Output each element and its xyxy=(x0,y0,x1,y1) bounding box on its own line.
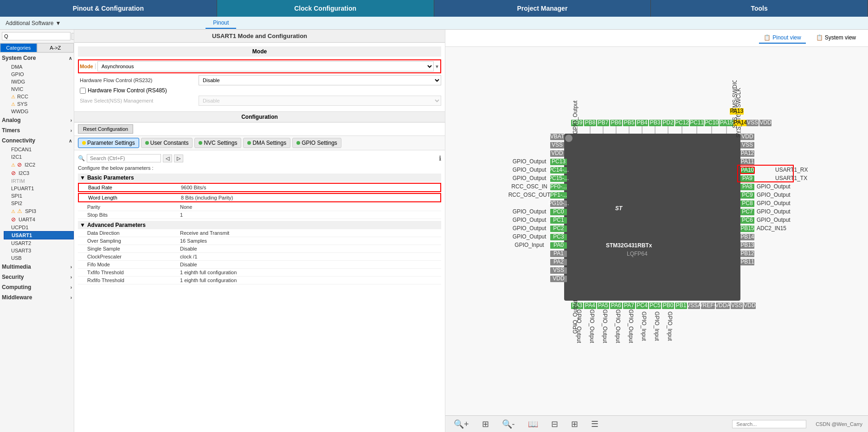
section-computing[interactable]: Computing › xyxy=(0,282,74,292)
list-button[interactable]: ☰ xyxy=(588,418,601,430)
pin-pa8-func: GPIO_Output xyxy=(757,183,791,190)
sidebar-item-nvic[interactable]: NVIC xyxy=(4,85,74,93)
pb0-func-rotated: GPIO_Input xyxy=(667,311,673,341)
sidebar-item-spi1[interactable]: SPI1 xyxy=(4,192,74,200)
book-button[interactable]: 📖 xyxy=(525,418,541,430)
chip-logo: ST xyxy=(615,205,623,212)
sidebar-item-sys[interactable]: SYS xyxy=(4,100,74,108)
sidebar-item-gpio[interactable]: GPIO xyxy=(4,71,74,78)
section-timers[interactable]: Timers › xyxy=(0,125,74,135)
sidebar-item-uart4[interactable]: ⊘UART4 xyxy=(4,215,74,224)
zoom-in-button[interactable]: 🔍+ xyxy=(451,418,472,430)
pin-vbat-label: VBAT xyxy=(550,133,564,140)
pin-pc7-func: GPIO_Output xyxy=(757,208,791,215)
advanced-params-header[interactable]: ▼ Advanced Parameters xyxy=(78,221,441,229)
pin-pf1-func: RCC_OSC_OUT xyxy=(508,192,550,198)
section-connectivity[interactable]: Connectivity ∧ xyxy=(0,135,74,146)
data-direction-value: Receive and Transmit xyxy=(180,230,229,236)
sidebar-item-ucpd1[interactable]: UCPD1 xyxy=(4,224,74,231)
tab-user-constants[interactable]: User Constants xyxy=(141,138,193,148)
sidebar-item-spi2[interactable]: SPI2 xyxy=(4,200,74,207)
config-tabs: Parameter Settings User Constants NVC Se… xyxy=(74,136,445,150)
mode-select[interactable]: Asynchronous xyxy=(97,61,434,71)
additional-software-dropdown[interactable]: Additional Software ▼ xyxy=(0,18,66,28)
word-length-value: 8 Bits (including Parity) xyxy=(181,195,233,200)
nav-project[interactable]: Project Manager xyxy=(434,0,651,17)
pin-pg10-label: PG10-... xyxy=(548,200,569,206)
bottom-search-input[interactable] xyxy=(732,420,806,428)
sidebar-search-input[interactable] xyxy=(2,32,71,40)
rxfifo-threshold-row: Rxfifo Threshold 1 eighth full configura… xyxy=(78,277,441,284)
sidebar-item-iwdg[interactable]: IWDG xyxy=(4,78,74,85)
nav-clock[interactable]: Clock Configuration xyxy=(217,0,434,17)
tab-az[interactable]: A->Z xyxy=(37,43,74,52)
slave-select-label: Slave Select(NSS) Management xyxy=(78,98,199,103)
tab-parameter-settings[interactable]: Parameter Settings xyxy=(78,138,139,148)
mode-section: Mode Mode Asynchronous ▼ Hardware Flow C… xyxy=(74,43,445,112)
params-configure-text: Configure the below parameters : xyxy=(78,165,441,171)
section-security[interactable]: Security › xyxy=(0,272,74,282)
sidebar-item-usb[interactable]: USB xyxy=(4,254,74,262)
pin-pa5-label: PA5 xyxy=(598,302,608,309)
left-sidebar: ⚙ Categories A->Z System Core ∧ DMA GPIO… xyxy=(0,30,74,432)
sidebar-item-usart1[interactable]: USART1 xyxy=(4,231,74,239)
tab-nvc-settings[interactable]: NVC Settings xyxy=(194,138,241,148)
pin-pa2-label: PA2 xyxy=(553,258,564,265)
nav-pinout[interactable]: Pinout & Configuration xyxy=(0,0,217,17)
pin-pb8-label: PB8 xyxy=(585,119,595,126)
basic-params-header[interactable]: ▼ Basic Parameters xyxy=(78,174,441,182)
tab-system-view[interactable]: 📋 System view xyxy=(811,32,861,44)
tab-dma-settings[interactable]: DMA Settings xyxy=(243,138,290,148)
pa6-func-rotated: GPIO_Output xyxy=(615,309,621,343)
pinout-subnav[interactable]: Pinout xyxy=(206,18,236,29)
sidebar-item-i2c2[interactable]: ⊘I2C2 xyxy=(4,161,74,169)
connectivity-items: FDCAN1 I2C1 ⊘I2C2 ⊘I2C3 IRTIM LPUART1 SP… xyxy=(0,146,74,262)
nav-tools[interactable]: Tools xyxy=(651,0,868,17)
sidebar-item-wwdg[interactable]: WWDG xyxy=(4,108,74,115)
sidebar-item-dma[interactable]: DMA xyxy=(4,63,74,71)
layers-button[interactable]: ⊟ xyxy=(548,418,561,430)
hw-flow-rs485-checkbox[interactable] xyxy=(80,88,86,94)
params-search-input[interactable] xyxy=(87,154,161,162)
params-nav-prev[interactable]: ◁ xyxy=(163,155,172,162)
chevron-right-icon: › xyxy=(71,128,72,133)
sidebar-item-i2c3[interactable]: ⊘I2C3 xyxy=(4,169,74,177)
sidebar-item-spi3[interactable]: ⚠SPI3 xyxy=(4,207,74,215)
pin-pc2-func: GPIO_Output xyxy=(512,225,546,232)
section-multimedia[interactable]: Multimedia › xyxy=(0,262,74,272)
zoom-out-button[interactable]: 🔍- xyxy=(499,418,518,430)
single-sample-label: Single Sample xyxy=(87,246,180,251)
sidebar-item-irtim[interactable]: IRTIM xyxy=(4,177,74,185)
over-sampling-row: Over Sampling 16 Samples xyxy=(78,237,441,245)
sidebar-item-rcc[interactable]: RCC xyxy=(4,93,74,100)
pin-pc14-func: GPIO_Output xyxy=(512,167,546,173)
sidebar-item-i2c1[interactable]: I2C1 xyxy=(4,153,74,161)
section-middleware[interactable]: Middleware › xyxy=(0,292,74,303)
fit-screen-button[interactable]: ⊞ xyxy=(479,418,492,430)
tab-categories[interactable]: Categories xyxy=(0,43,37,52)
config-title: Configuration xyxy=(74,112,445,123)
tab-pinout-view[interactable]: 📋 Pinout view xyxy=(759,32,805,44)
params-nav-next[interactable]: ▷ xyxy=(174,155,183,162)
sidebar-item-fdcan1[interactable]: FDCAN1 xyxy=(4,146,74,153)
tab-gpio-settings[interactable]: GPIO Settings xyxy=(292,138,341,148)
pin-pc1-func: GPIO_Output xyxy=(512,217,546,223)
reset-config-button[interactable]: Reset Configuration xyxy=(78,124,133,134)
grid-button[interactable]: ⊞ xyxy=(568,418,581,430)
pin-pb13-label: PB13 xyxy=(740,242,754,248)
hw-flow-rs232-select[interactable]: Disable xyxy=(199,75,441,85)
info-icon[interactable]: ℹ xyxy=(439,155,441,162)
sidebar-item-usart3[interactable]: USART3 xyxy=(4,247,74,254)
section-analog[interactable]: Analog › xyxy=(0,115,74,125)
pin-pc9-label: PC9 xyxy=(742,192,753,198)
config-toolbar: Reset Configuration xyxy=(74,123,445,136)
slave-select-select[interactable]: Disable xyxy=(199,96,441,106)
txfifo-value: 1 eighth full configuration xyxy=(180,270,237,275)
mode-title: Mode xyxy=(78,46,441,57)
pin-pa0-label: PA0 xyxy=(553,242,564,248)
sidebar-item-lpuart1[interactable]: LPUART1 xyxy=(4,185,74,192)
sidebar-item-usart2[interactable]: USART2 xyxy=(4,239,74,247)
pin-pc6-func: GPIO_Output xyxy=(757,217,791,223)
pin-pb11-label: PB11 xyxy=(740,258,754,265)
section-system-core[interactable]: System Core ∧ xyxy=(0,53,74,63)
